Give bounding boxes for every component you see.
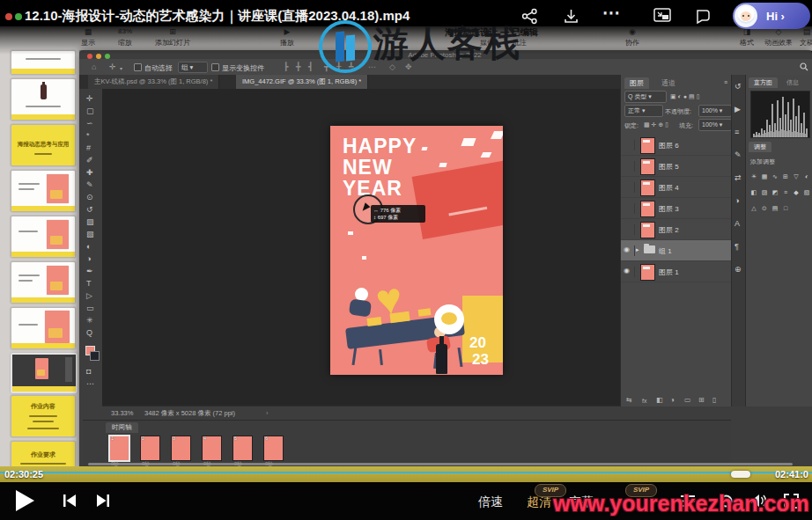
blur-tool[interactable]: ◐ — [86, 242, 91, 251]
move-tool[interactable]: ✛ — [86, 94, 93, 103]
swap-panel-icon[interactable]: ⇄ — [734, 173, 742, 182]
magic-wand-tool[interactable]: * — [86, 131, 90, 140]
levels-icon[interactable]: ▦ — [760, 172, 769, 181]
layer-filter-select[interactable]: Q 类型 ▾ — [624, 91, 667, 103]
group-select[interactable]: 组 ▾ — [178, 62, 208, 73]
stamp-tool[interactable]: ⊙ — [86, 193, 93, 201]
layer-row[interactable]: 图层 2 — [621, 219, 732, 240]
eraser-tool[interactable]: ▨ — [86, 217, 94, 226]
keynote-collaborate[interactable]: 协作 — [625, 38, 639, 48]
slide-thumbnail-5[interactable] — [11, 216, 76, 258]
visibility-toggle[interactable] — [624, 203, 635, 214]
visibility-toggle[interactable]: ◉ — [624, 267, 635, 277]
marquee-tool[interactable]: ▢ — [86, 106, 94, 115]
slide-thumbnail-4[interactable] — [11, 170, 76, 212]
adjustments-tab[interactable]: 调整 — [749, 142, 771, 152]
play-button[interactable] — [16, 490, 34, 511]
path-select-tool[interactable]: ▷ — [86, 291, 92, 300]
download-icon[interactable] — [563, 8, 579, 25]
clone-source-panel-icon[interactable]: ◑ — [734, 196, 739, 205]
channel-mixer-icon[interactable]: ≡ — [781, 188, 790, 197]
visibility-toggle[interactable] — [624, 224, 635, 235]
previous-button[interactable] — [62, 494, 78, 508]
brush-tool[interactable]: ✎ — [86, 180, 93, 189]
lasso-tool[interactable]: ∽ — [86, 119, 93, 128]
properties-panel-icon[interactable]: ≡ — [734, 128, 739, 136]
healing-tool[interactable]: ✚ — [86, 168, 93, 177]
timeline-frame-6[interactable]: 6 — [263, 436, 284, 461]
move-tool-icon[interactable]: ✛ — [109, 62, 116, 71]
selective-color-icon[interactable]: □ — [781, 204, 790, 213]
home-icon[interactable]: ⌂ — [92, 62, 96, 71]
danmaku-toggle-icon[interactable] — [695, 8, 711, 24]
playhead[interactable] — [731, 471, 750, 478]
slide-thumbnail-2[interactable] — [11, 78, 76, 121]
opacity-value[interactable]: 100% ▾ — [698, 105, 732, 117]
layer-style-icon[interactable]: fx — [642, 398, 646, 404]
visibility-toggle[interactable] — [624, 140, 635, 150]
playback-speed-button[interactable]: 倍速 — [478, 494, 503, 510]
share-icon[interactable] — [521, 8, 538, 25]
keynote-add-slide[interactable]: 添加幻灯片 — [155, 38, 190, 48]
zoom-value[interactable]: 83% — [118, 27, 132, 35]
fill-value[interactable]: 100% ▾ — [698, 119, 732, 131]
visibility-toggle[interactable]: ◉ — [624, 245, 635, 256]
next-button[interactable] — [95, 494, 111, 508]
visibility-toggle[interactable] — [624, 161, 635, 172]
libraries-panel-icon[interactable]: ⊕ — [734, 265, 742, 274]
layer-row[interactable]: 图层 5 — [621, 156, 732, 177]
info-tab[interactable]: 信息 — [781, 77, 804, 88]
slide-thumbnail-9[interactable]: 作业内容 — [11, 395, 76, 437]
poster-artwork[interactable]: HAPPY NEW YEAR ♥ — [330, 126, 503, 375]
timeline-tab[interactable]: 时间轴 — [106, 422, 138, 433]
layer-row[interactable]: 图层 4 — [621, 177, 732, 198]
slide-thumbnail-6[interactable] — [11, 261, 76, 304]
lock-icons[interactable]: ▩✛⊕▯ — [644, 121, 670, 128]
actions-panel-icon[interactable]: ▶ — [734, 105, 741, 114]
layer-row[interactable]: 图层 3 — [621, 198, 732, 219]
pen-tool[interactable]: ✒ — [86, 267, 93, 275]
gradient-map-icon[interactable]: ▤ — [771, 204, 779, 213]
slide-thumbnail-1[interactable] — [11, 50, 76, 75]
invert-icon[interactable]: ▧ — [802, 188, 811, 197]
more-options-icon[interactable]: ⋯ — [602, 2, 620, 23]
character-panel-icon[interactable]: A — [734, 219, 740, 228]
adjustment-layer-icon[interactable]: ◑ — [670, 396, 675, 404]
timeline-frame-5[interactable]: 5 — [233, 436, 253, 461]
layer-row[interactable]: 图层 6 — [621, 135, 732, 156]
slide-thumbnail-3[interactable]: 海报动态思考与应用 — [11, 124, 76, 166]
align-center-icon[interactable]: ╋ — [296, 62, 300, 71]
panel-menu-icon[interactable]: ≡ — [724, 79, 727, 85]
layers-tab[interactable]: 图层 — [624, 77, 649, 89]
filter-icons[interactable]: ▣◐●▤▯ — [670, 93, 702, 100]
timeline-frame-2[interactable]: 2 — [140, 436, 160, 461]
align-left-icon[interactable]: ┣ — [284, 62, 288, 71]
status-chevron-icon[interactable]: › — [266, 406, 269, 421]
expand-group-icon[interactable]: ▸ — [636, 246, 639, 253]
photo-filter-icon[interactable]: ◩ — [771, 188, 779, 197]
histogram-tab[interactable]: 直方图 — [749, 77, 778, 88]
delete-layer-icon[interactable]: ▯ — [712, 396, 716, 404]
quick-mask-icon[interactable]: ◘ — [86, 367, 91, 376]
exposure-icon[interactable]: ⊞ — [781, 172, 790, 181]
layer-row[interactable]: ◉ 图层 1 — [621, 261, 732, 282]
color-lookup-icon[interactable]: ◆ — [792, 188, 801, 197]
vibrance-icon[interactable]: ▽ — [792, 172, 801, 181]
traffic-light-red[interactable] — [5, 13, 12, 20]
timeline-frame-1[interactable]: 1 — [109, 436, 129, 461]
color-balance-icon[interactable]: ◧ — [749, 188, 758, 197]
traffic-light-green[interactable] — [15, 13, 22, 20]
background-color-swatch[interactable] — [90, 351, 100, 361]
show-transform-checkbox[interactable] — [211, 63, 219, 71]
account-button[interactable]: Hi › — [733, 3, 810, 29]
hand-tool[interactable]: ✳ — [86, 316, 93, 325]
keynote-document[interactable]: 文稿 — [800, 38, 812, 48]
keynote-play[interactable]: 播放 — [280, 38, 294, 48]
gradient-tool[interactable]: ▧ — [86, 230, 94, 238]
picture-in-picture-icon[interactable] — [653, 8, 671, 24]
posterize-icon[interactable]: △ — [749, 204, 758, 213]
paragraph-panel-icon[interactable]: ¶ — [734, 242, 739, 251]
document-tab-2-active[interactable]: IMG_4472.GIF @ 33.3% (图 1, RGB/8) * — [236, 75, 368, 89]
slide-thumbnail-8-selected[interactable] — [11, 353, 78, 393]
dodge-tool[interactable]: ◑ — [86, 254, 91, 263]
